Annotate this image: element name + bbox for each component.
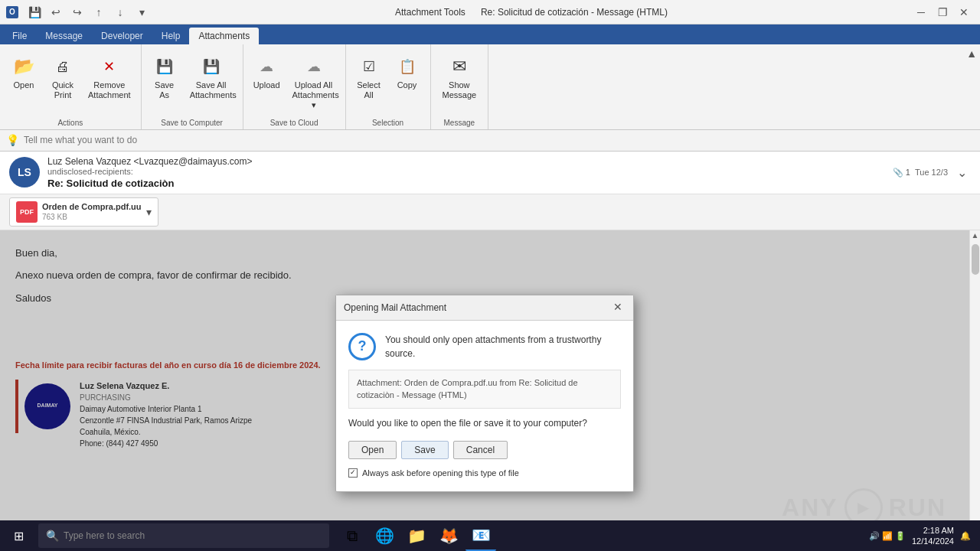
opening-mail-dialog: Opening Mail Attachment ✕ ? You should o…	[335, 295, 634, 493]
dialog-save-button[interactable]: Save	[401, 441, 448, 459]
actions-label: Actions	[3, 116, 138, 129]
copy-button[interactable]: 📋 Copy	[389, 51, 426, 94]
ribbon: 📂 Open 🖨 QuickPrint ✕ RemoveAttachment A…	[0, 44, 980, 130]
ribbon-group-message: ✉ ShowMessage Message	[431, 44, 489, 129]
dialog-main-text: You should only open attachments from a …	[385, 333, 621, 360]
ribbon-group-selection: ☑ SelectAll 📋 Copy Selection	[346, 44, 431, 129]
start-button[interactable]: ⊞	[3, 520, 34, 551]
dialog-open-button[interactable]: Open	[348, 441, 397, 459]
message-info: Luz Selena Vazquez <Lvazquez@daimayus.co…	[47, 156, 885, 189]
open-button[interactable]: 📂 Open	[5, 51, 43, 94]
scroll-thumb[interactable]	[972, 244, 979, 275]
redo-button[interactable]: ↪	[67, 4, 87, 21]
tab-attachments[interactable]: Attachments	[189, 28, 259, 44]
quick-print-button[interactable]: 🖨 QuickPrint	[44, 51, 81, 104]
dialog-icon-row: ? You should only open attachments from …	[348, 333, 621, 360]
upload-icon: ☁	[254, 54, 279, 79]
quick-access-toolbar: 💾 ↩ ↪ ↑ ↓ ▾	[24, 4, 152, 21]
copy-icon: 📋	[395, 54, 420, 79]
title-bar-left: O 💾 ↩ ↪ ↑ ↓ ▾	[6, 4, 152, 21]
up-button[interactable]: ↑	[89, 4, 109, 21]
header-collapse-button[interactable]: ⌄	[952, 163, 971, 181]
ribbon-group-save-computer: 💾 SaveAs 💾 Save AllAttachments Save to C…	[142, 44, 243, 129]
show-message-icon: ✉	[447, 54, 472, 79]
dialog-close-button[interactable]: ✕	[610, 300, 626, 315]
attachment-strip: PDF Orden de Compra.pdf.uu 763 KB ▾	[0, 194, 980, 230]
tab-file[interactable]: File	[3, 28, 36, 44]
tab-help[interactable]: Help	[152, 28, 190, 44]
taskbar-search[interactable]: 🔍 Type here to search	[38, 523, 329, 548]
content-row: Buen dia, Anexo nueva orden de compra, f…	[0, 230, 980, 551]
ribbon-group-actions: 📂 Open 🖨 QuickPrint ✕ RemoveAttachment A…	[0, 44, 142, 129]
ribbon-collapse-button[interactable]: ▲	[966, 47, 977, 60]
explorer-app[interactable]: 📁	[401, 520, 432, 551]
minimize-button[interactable]: ─	[911, 4, 931, 21]
explorer-icon: 📁	[407, 527, 426, 545]
taskbar: ⊞ 🔍 Type here to search ⧉ 🌐 📁 🦊 📧 🔊 📶 🔋 …	[0, 520, 980, 551]
search-icon: 🔍	[46, 530, 59, 542]
save-as-icon: 💾	[152, 54, 177, 79]
upload-all-icon: ☁	[302, 54, 326, 79]
main-area: LS Luz Selena Vazquez <Lvazquez@daimayus…	[0, 152, 980, 551]
always-ask-checkbox[interactable]: ✓	[348, 468, 358, 478]
tell-me-input[interactable]	[24, 135, 974, 145]
title-bar: O 💾 ↩ ↪ ↑ ↓ ▾ Attachment Tools Re: Solic…	[0, 0, 980, 24]
quick-print-icon: 🖨	[51, 54, 75, 79]
upload-button[interactable]: ☁ Upload	[248, 51, 286, 94]
upload-all-button[interactable]: ☁ Upload AllAttachments ▾	[287, 51, 341, 115]
outlook-app[interactable]: 📧	[466, 520, 496, 551]
attachment-name: Orden de Compra.pdf.uu	[42, 201, 142, 212]
scrollbar[interactable]: ▲ ▼	[969, 230, 980, 551]
window-title: Attachment Tools Re: Solicitud de cotiza…	[152, 7, 911, 18]
recipients: undisclosed-recipients:	[47, 167, 885, 176]
message-meta: 📎 1 Tue 12/3 ⌄	[893, 163, 971, 181]
down-button[interactable]: ↓	[110, 4, 130, 21]
taskview-button[interactable]: ⧉	[337, 520, 368, 551]
always-ask-label: Always ask before opening this type of f…	[362, 467, 519, 480]
show-message-button[interactable]: ✉ ShowMessage	[436, 51, 484, 104]
paperclip-icon: 📎	[893, 168, 903, 178]
save-all-icon: 💾	[199, 54, 224, 79]
content-main: Buen dia, Anexo nueva orden de compra, f…	[0, 230, 969, 551]
restore-button[interactable]: ❐	[933, 4, 952, 21]
tab-developer[interactable]: Developer	[92, 28, 152, 44]
save-as-button[interactable]: 💾 SaveAs	[146, 51, 183, 104]
open-icon: 📂	[11, 54, 36, 79]
scroll-up-arrow[interactable]: ▲	[970, 230, 981, 241]
attachment-chevron-icon: ▾	[146, 206, 152, 218]
system-tray-icons: 🔊 📶 🔋	[869, 531, 906, 541]
message-buttons: ✉ ShowMessage	[434, 47, 485, 116]
save-computer-label: Save to Computer	[145, 116, 240, 129]
save-all-attachments-button[interactable]: 💾 Save AllAttachments	[185, 51, 238, 104]
lightbulb-icon: 💡	[6, 134, 19, 146]
selection-label: Selection	[349, 116, 427, 129]
dialog-cancel-button[interactable]: Cancel	[453, 441, 508, 459]
remove-attachment-button[interactable]: ✕ RemoveAttachment	[83, 51, 136, 104]
select-all-button[interactable]: ☑ SelectAll	[351, 51, 387, 104]
email-body: Buen dia, Anexo nueva orden de compra, f…	[0, 230, 969, 551]
close-button[interactable]: ✕	[954, 4, 974, 21]
attachment-badge: 📎 1	[893, 168, 910, 178]
attachment-size: 763 KB	[42, 212, 142, 222]
subject: Re: Solicitud de cotizaciòn	[47, 178, 885, 189]
search-placeholder-text: Type here to search	[64, 530, 145, 541]
notification-icon[interactable]: 🔔	[960, 531, 971, 541]
dialog-checkbox-row: ✓ Always ask before opening this type of…	[348, 467, 621, 480]
selection-buttons: ☑ SelectAll 📋 Copy	[349, 47, 427, 116]
undo-button[interactable]: ↩	[46, 4, 66, 21]
taskbar-time: 2:18 AM 12/14/2024	[912, 525, 954, 547]
save-button[interactable]: 💾	[24, 4, 44, 21]
edge-app[interactable]: 🌐	[369, 520, 400, 551]
customize-button[interactable]: ▾	[132, 4, 152, 21]
pdf-icon: PDF	[16, 201, 38, 223]
dialog-info-icon: ?	[348, 333, 376, 360]
attachment-pill[interactable]: PDF Orden de Compra.pdf.uu 763 KB ▾	[9, 197, 158, 227]
save-cloud-label: Save to Cloud	[247, 116, 342, 129]
ribbon-tabs: File Message Developer Help Attachments	[0, 24, 980, 44]
select-all-icon: ☑	[357, 54, 381, 79]
tab-message[interactable]: Message	[36, 28, 92, 44]
taskbar-apps: ⧉ 🌐 📁 🦊 📧	[337, 520, 496, 551]
app-icon: O	[6, 6, 18, 18]
taskbar-right: 🔊 📶 🔋 2:18 AM 12/14/2024 🔔	[869, 525, 977, 547]
firefox-app[interactable]: 🦊	[433, 520, 464, 551]
